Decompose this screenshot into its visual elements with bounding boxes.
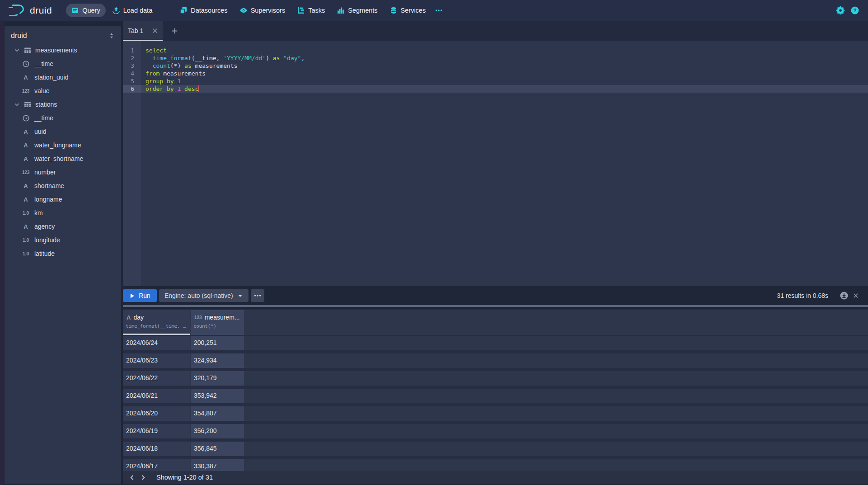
code-line-1[interactable]: 1select bbox=[123, 47, 868, 54]
download-icon[interactable] bbox=[840, 292, 848, 300]
play-icon bbox=[129, 293, 135, 299]
results-cell[interactable]: 356,200 bbox=[191, 424, 244, 438]
brand[interactable]: druid bbox=[8, 4, 52, 17]
tab-tab1[interactable]: Tab 1 bbox=[123, 21, 163, 41]
results-cell[interactable]: 2024/06/21 bbox=[123, 389, 190, 403]
table-icon bbox=[23, 101, 31, 108]
column-header-name: day bbox=[133, 314, 144, 321]
results-cell[interactable]: 330,387 bbox=[191, 459, 244, 472]
line-number: 5 bbox=[123, 77, 141, 85]
tree-column-agency[interactable]: Aagency bbox=[5, 220, 121, 233]
results-row: 2024/06/22320,179 bbox=[123, 371, 868, 386]
tree-table-stations[interactable]: stations bbox=[5, 98, 121, 111]
column-name: value bbox=[34, 87, 49, 94]
nav-item-load-data[interactable]: Load data bbox=[107, 4, 158, 17]
tree-column-value[interactable]: 123value bbox=[5, 84, 121, 98]
services-icon bbox=[390, 7, 397, 14]
results-column-header-1[interactable]: Adaytime_format(__time, … bbox=[123, 310, 190, 335]
new-tab-icon[interactable] bbox=[169, 25, 181, 37]
tree-column-number[interactable]: 123number bbox=[5, 165, 121, 179]
results-rows: 2024/06/24200,2512024/06/23324,9342024/0… bbox=[123, 336, 868, 472]
engine-label: Engine: auto (sql-native) bbox=[164, 292, 233, 299]
results-cell[interactable]: 320,179 bbox=[191, 371, 244, 386]
brand-text: druid bbox=[30, 5, 52, 16]
tree-column-water_longname[interactable]: Awater_longname bbox=[5, 138, 121, 152]
code-line-6[interactable]: 6order by 1 desc bbox=[123, 85, 868, 93]
tree-column-__time[interactable]: __time bbox=[5, 57, 121, 71]
nav-item-services[interactable]: Services bbox=[385, 4, 432, 17]
results-cell[interactable]: 2024/06/23 bbox=[123, 353, 190, 368]
nav-item-label: Segments bbox=[348, 7, 377, 14]
tree-column-uuid[interactable]: Auuid bbox=[5, 125, 121, 138]
prev-page-icon[interactable] bbox=[127, 472, 137, 483]
results-cell[interactable]: 353,942 bbox=[191, 389, 244, 403]
column-name: __time bbox=[34, 114, 53, 122]
results-cell[interactable]: 2024/06/20 bbox=[123, 406, 190, 421]
close-results-icon[interactable] bbox=[853, 292, 859, 299]
settings-gear-icon[interactable] bbox=[836, 6, 845, 14]
code-line-3[interactable]: 3 count(*) as measurements bbox=[123, 62, 868, 70]
results-cell[interactable]: 2024/06/24 bbox=[123, 336, 190, 350]
code-line-4[interactable]: 4from measurements bbox=[123, 70, 868, 77]
tree-column-shortname[interactable]: Ashortname bbox=[5, 179, 121, 193]
results-row: 2024/06/21353,942 bbox=[123, 389, 868, 403]
column-name: station_uuid bbox=[34, 74, 69, 81]
schema-selector[interactable]: druid bbox=[11, 32, 108, 40]
schema-header: druid bbox=[5, 26, 121, 43]
results-row: 2024/06/18356,845 bbox=[123, 442, 868, 456]
results-cell[interactable]: 324,934 bbox=[191, 353, 244, 368]
column-name: latitude bbox=[34, 250, 55, 257]
load-data-icon bbox=[113, 7, 120, 14]
tab-close-icon[interactable] bbox=[152, 28, 158, 34]
next-page-icon[interactable] bbox=[137, 472, 148, 483]
table-icon bbox=[23, 47, 31, 54]
nav-item-segments[interactable]: Segments bbox=[332, 4, 383, 17]
results-cell[interactable]: 2024/06/18 bbox=[123, 442, 190, 456]
results-cell[interactable]: 200,251 bbox=[191, 336, 244, 350]
chevron-down-icon bbox=[14, 47, 20, 53]
double-caret-icon[interactable] bbox=[108, 33, 115, 39]
nav-item-query[interactable]: Query bbox=[66, 4, 106, 17]
results-column-header-2[interactable]: 123measurem...count(*) bbox=[191, 310, 244, 335]
splitter-handle[interactable] bbox=[123, 305, 868, 307]
results-cell[interactable]: 354,807 bbox=[191, 406, 244, 421]
nav-more-button[interactable] bbox=[431, 4, 446, 17]
string-type-icon: A bbox=[20, 223, 32, 230]
tree-column-station_uuid[interactable]: Astation_uuid bbox=[5, 71, 121, 84]
column-header-expression: time_format(__time, … bbox=[126, 323, 188, 329]
results-row: 2024/06/20354,807 bbox=[123, 406, 868, 421]
tree-table-measurements[interactable]: measurements bbox=[5, 43, 121, 57]
code-line-2[interactable]: 2 time_format(__time, 'YYYY/MM/dd') as "… bbox=[123, 54, 868, 62]
help-icon[interactable]: ? bbox=[851, 6, 859, 14]
results-cell[interactable]: 2024/06/17 bbox=[123, 459, 190, 472]
tree-column-km[interactable]: 1.0km bbox=[5, 206, 121, 220]
number-type-icon: 123 bbox=[194, 315, 202, 320]
results-cell[interactable]: 2024/06/19 bbox=[123, 424, 190, 438]
string-type-icon: A bbox=[20, 196, 32, 203]
results-row: 2024/06/24200,251 bbox=[123, 336, 868, 350]
run-button[interactable]: Run bbox=[123, 289, 157, 302]
nav-item-datasources[interactable]: Datasources bbox=[174, 4, 233, 17]
window-edge bbox=[0, 21, 4, 485]
tree-column-latitude[interactable]: 1.0latitude bbox=[5, 247, 121, 260]
tree-column-longname[interactable]: Alongname bbox=[5, 193, 121, 206]
float-type-icon: 1.0 bbox=[20, 211, 32, 216]
nav-item-supervisors[interactable]: Supervisors bbox=[235, 4, 291, 17]
tasks-icon bbox=[297, 7, 305, 14]
string-type-icon: A bbox=[20, 155, 32, 162]
nav-separator bbox=[166, 6, 166, 15]
results-cell[interactable]: 2024/06/22 bbox=[123, 371, 190, 386]
results-info: 31 results in 0.68s bbox=[777, 292, 828, 299]
tree-column-water_shortname[interactable]: Awater_shortname bbox=[5, 152, 121, 165]
nav-item-label: Supervisors bbox=[251, 7, 286, 14]
engine-select-button[interactable]: Engine: auto (sql-native) bbox=[159, 289, 249, 302]
results-cell[interactable]: 356,845 bbox=[191, 442, 244, 456]
float-type-icon: 1.0 bbox=[20, 238, 32, 243]
tree-column-longitude[interactable]: 1.0longitude bbox=[5, 233, 121, 247]
sql-editor[interactable]: 1select2 time_format(__time, 'YYYY/MM/dd… bbox=[123, 41, 868, 286]
code-text: group by 1 bbox=[141, 77, 181, 85]
tree-column-__time[interactable]: __time bbox=[5, 111, 121, 125]
nav-item-tasks[interactable]: Tasks bbox=[292, 4, 330, 17]
code-line-5[interactable]: 5group by 1 bbox=[123, 77, 868, 85]
query-more-button[interactable] bbox=[251, 289, 264, 302]
